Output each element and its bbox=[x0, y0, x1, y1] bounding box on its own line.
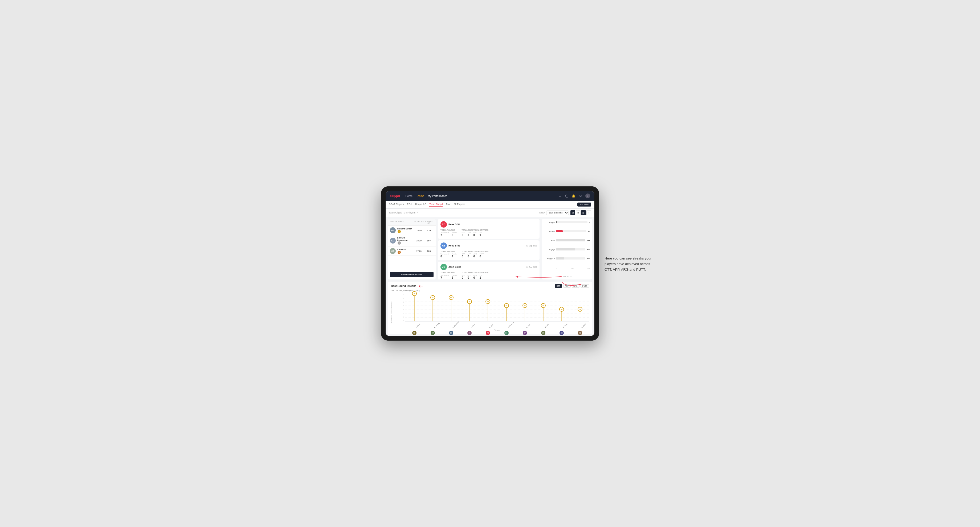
player-name-3: Cameron... bbox=[397, 248, 414, 251]
player-dot-name: R. Britt bbox=[489, 324, 493, 328]
annotation: Here you can see streaks your players ha… bbox=[605, 256, 658, 272]
practice-value: 6 bbox=[452, 233, 458, 237]
bar-row-eagles: Eagles 3 bbox=[544, 221, 590, 223]
player-table-header: PLAYER NAME PB SCORE PB AVG SQ bbox=[388, 219, 436, 226]
grid-view-btn[interactable]: ⊞ bbox=[570, 210, 575, 215]
player-avatar-dot: CQ bbox=[578, 331, 582, 335]
dot-stem bbox=[469, 302, 470, 321]
streak-tab-arg[interactable]: ARG bbox=[572, 284, 579, 288]
player-dot-name: E. Ewert bbox=[415, 323, 420, 328]
activities-row-rees: OTT0 APP0 ARG0 PUTT0 bbox=[461, 253, 488, 258]
team-title: Team Clippd | 14 Players bbox=[389, 211, 415, 214]
tab-pgat[interactable]: PGAT Players bbox=[389, 203, 404, 206]
player-dot-name: D. Billingham bbox=[452, 321, 460, 328]
col-pb-avg: PB AVG SQ bbox=[424, 221, 434, 224]
streaks-header: Best Round Streaks OTT APP ARG PUTT bbox=[391, 284, 589, 288]
annotation-text: Here you can see streaks your players ha… bbox=[605, 256, 658, 272]
tab-all-players[interactable]: All Players bbox=[454, 203, 465, 206]
player-dot-name: R. Butler bbox=[563, 323, 568, 328]
player-avatar-dot: RB bbox=[486, 331, 490, 335]
player-avatar-dot: EE bbox=[412, 331, 417, 335]
dot-stem bbox=[543, 306, 544, 321]
col-player-name: PLAYER NAME bbox=[390, 221, 414, 224]
bar-row-pars: Pars 499 bbox=[544, 239, 590, 241]
main-content: Team Clippd | 14 Players ✎ Show Last 3 m… bbox=[386, 209, 594, 336]
player-name-2: Edward Crossman bbox=[397, 237, 414, 241]
player-avatar-dot: RB bbox=[560, 331, 564, 335]
player-streak-bubble: 6x bbox=[449, 295, 453, 300]
app-value: 0 bbox=[467, 233, 471, 237]
streak-tab-putt[interactable]: PUTT bbox=[581, 284, 589, 288]
player-card-header-rees: RB Rees Britt 02 Sep 2023 bbox=[441, 243, 537, 249]
grid-line-7 bbox=[405, 294, 589, 294]
chart-x-axis: 0 200 400 bbox=[544, 267, 590, 269]
tab-pga[interactable]: PGA bbox=[407, 203, 412, 206]
view-full-leaderboard-button[interactable]: View Full Leaderboard bbox=[390, 272, 434, 277]
rank-badge-2: 2 bbox=[398, 241, 401, 244]
rounds-group-rees-top: Total Rounds Tournament 7 Practice bbox=[441, 229, 457, 237]
edit-icon[interactable]: ✎ bbox=[417, 211, 418, 214]
ott-value: 0 bbox=[461, 233, 465, 237]
add-team-button[interactable]: Add Team bbox=[578, 203, 591, 206]
dot-stem bbox=[414, 294, 414, 321]
practice-activities-group-rees-top: Total Practice Activities OTT 0 APP bbox=[461, 229, 488, 237]
table-row[interactable]: CA Cameron... 3 17/20 103 bbox=[388, 246, 436, 256]
player-streak-bubble: 3x bbox=[559, 307, 564, 312]
tab-hcaps[interactable]: Hcaps 1-5 bbox=[415, 203, 426, 206]
bell-icon[interactable]: 🔔 bbox=[571, 194, 576, 198]
player-card-josh: JC Josh Coles 26 Aug 2023 Total Rounds T… bbox=[438, 262, 539, 279]
practice-stat: Practice 6 bbox=[452, 232, 458, 237]
player-dot-name: D. Ford bbox=[526, 324, 530, 328]
tab-tour[interactable]: Tour bbox=[446, 203, 450, 206]
player-streak-bubble: 6x bbox=[430, 295, 435, 300]
nav-performance[interactable]: My Performance bbox=[428, 195, 447, 197]
card-date-rees: 02 Sep 2023 bbox=[526, 245, 537, 247]
rounds-group-josh: Total Rounds Tournament7 Practice2 bbox=[441, 272, 457, 279]
tournament-value: 7 bbox=[441, 233, 449, 237]
search-icon[interactable]: ⌕ bbox=[558, 194, 562, 198]
team-header: Team Clippd | 14 Players ✎ Show Last 3 m… bbox=[386, 209, 594, 217]
nav-teams[interactable]: Teams bbox=[416, 195, 424, 197]
streak-tab-app[interactable]: APP bbox=[563, 284, 571, 288]
player-badge-row-1: 1 bbox=[397, 230, 414, 233]
player-avatar-dot: DB bbox=[449, 331, 453, 335]
top-nav: clippd Home Teams My Performance ⌕ ◯ 🔔 ⚙… bbox=[386, 191, 594, 201]
player-streak-bubble: 4x bbox=[522, 303, 527, 308]
period-select[interactable]: Last 3 months bbox=[546, 211, 569, 215]
player-badge-row-3: 3 bbox=[397, 251, 414, 254]
tab-team-clippd[interactable]: Team Clippd bbox=[429, 203, 442, 206]
x-tick-400: 400 bbox=[587, 268, 590, 269]
bar-track-birdies bbox=[556, 230, 586, 232]
streaks-title: Best Round Streaks bbox=[391, 284, 416, 287]
arg-value: 0 bbox=[473, 233, 477, 237]
streaks-subtitle: Off The Tee, Fairway Accuracy bbox=[391, 289, 589, 292]
sub-nav-tabs: PGAT Players PGA Hcaps 1-5 Team Clippd T… bbox=[389, 203, 465, 206]
table-row[interactable]: EC Edward Crossman 2 18/20 107 bbox=[388, 235, 436, 246]
player-info-3: Cameron... 3 bbox=[397, 248, 414, 254]
avatar[interactable]: ▾ bbox=[585, 194, 590, 198]
list-view-btn[interactable]: ☰ bbox=[576, 210, 581, 215]
pb-avg-2: 107 bbox=[424, 240, 434, 242]
x-tick-0: 0 bbox=[556, 268, 557, 269]
streak-tab-ott[interactable]: OTT bbox=[555, 284, 562, 288]
settings-icon[interactable]: ⚙ bbox=[578, 194, 583, 198]
y-ticks: 7 6 5 4 3 2 1 0 bbox=[395, 294, 404, 322]
practice-rees: Practice 4 bbox=[452, 253, 458, 258]
player-card-rees: RB Rees Britt 02 Sep 2023 Total Rounds T… bbox=[438, 240, 539, 260]
card-date-josh: 26 Aug 2023 bbox=[527, 266, 537, 268]
table-view-btn[interactable]: ↕ bbox=[586, 210, 591, 215]
bar-row-dbogeys: D. Bogeys + 131 bbox=[544, 257, 590, 259]
pb-score-3: 17/20 bbox=[414, 250, 424, 252]
player-avatar-dot: EC bbox=[504, 331, 509, 335]
nav-icons: ⌕ ◯ 🔔 ⚙ ▾ bbox=[558, 194, 590, 198]
player-streak-bubble: 5x bbox=[485, 299, 490, 304]
card-view-btn[interactable]: ▤ bbox=[581, 210, 586, 215]
player-dot-name: E. Crossman bbox=[508, 321, 515, 329]
practice-activities-row: OTT 0 APP 0 ARG bbox=[461, 232, 488, 237]
middle-panel: RB Rees Britt Total Rounds Tournament bbox=[438, 219, 539, 279]
bar-track-dbogeys bbox=[556, 257, 585, 259]
table-row[interactable]: RB Richard Butler 1 19/20 110 bbox=[388, 226, 436, 235]
card-avatar-josh: JC bbox=[441, 264, 447, 270]
nav-home[interactable]: Home bbox=[405, 195, 412, 197]
user-icon[interactable]: ◯ bbox=[565, 194, 569, 198]
